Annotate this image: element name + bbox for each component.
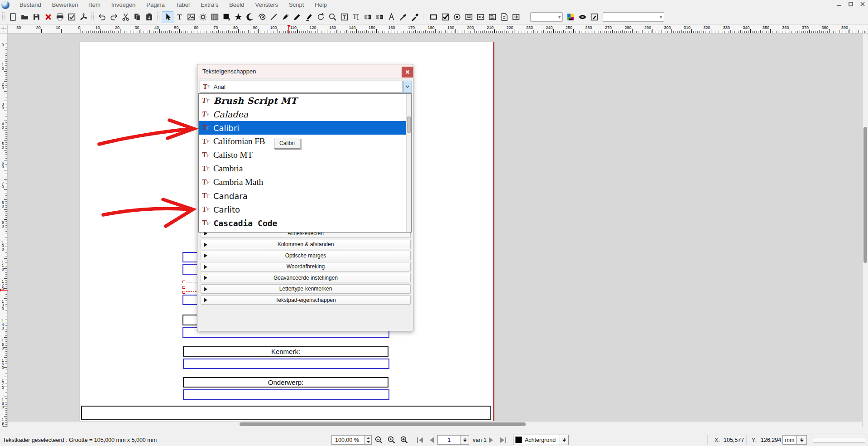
text-annotation-button[interactable]: [498, 11, 510, 23]
render-frame-button[interactable]: [197, 11, 209, 23]
measure-button[interactable]: [385, 11, 397, 23]
pdf-pushbutton-button[interactable]: [427, 11, 439, 23]
menu-help[interactable]: Help: [309, 0, 332, 10]
copy-button[interactable]: [131, 11, 143, 23]
footer-frame[interactable]: [81, 406, 491, 420]
zoom-button[interactable]: [326, 11, 338, 23]
print-button[interactable]: [54, 11, 66, 23]
onderwerp-frame[interactable]: Onderwerp:: [183, 377, 388, 388]
paste-button[interactable]: [143, 11, 155, 23]
menu-bewerken[interactable]: Bewerken: [47, 0, 84, 10]
resize-handle[interactable]: [182, 286, 185, 289]
menu-extras[interactable]: Extra's: [195, 0, 224, 10]
page-number-input[interactable]: 1: [437, 435, 461, 445]
edit-contents-button[interactable]: T: [338, 11, 350, 23]
table-button[interactable]: [209, 11, 221, 23]
image-frame-button[interactable]: [185, 11, 197, 23]
font-dropdown-list[interactable]: TFBrush Script MTTFCaladeaTFCalibriTFCal…: [198, 93, 412, 233]
font-list-item[interactable]: TFCandara: [199, 189, 411, 203]
ruler-origin-corner[interactable]: [0, 25, 8, 34]
close-doc-button[interactable]: [42, 11, 54, 23]
unlink-frames-button[interactable]: [374, 11, 385, 23]
dialog-title[interactable]: Teksteigenschappen: [197, 64, 413, 78]
pdf-radio-button[interactable]: [451, 11, 463, 23]
pdf-textfield-button[interactable]: [463, 11, 475, 23]
font-list-scrollbar-thumb[interactable]: [407, 116, 411, 133]
shape-button[interactable]: [221, 11, 232, 23]
zoom-100-button[interactable]: [386, 435, 397, 445]
menu-tabel[interactable]: Tabel: [170, 0, 195, 10]
last-page-button[interactable]: [498, 435, 508, 445]
font-list-item[interactable]: TFCascadia Code: [199, 216, 411, 230]
line-button[interactable]: [268, 11, 279, 23]
font-list-item[interactable]: TFCalisto MT: [199, 148, 411, 162]
preview-mode-button[interactable]: [576, 11, 588, 23]
rotate-button[interactable]: [315, 11, 326, 23]
font-combo-dropdown-button[interactable]: [403, 81, 412, 92]
vertical-ruler[interactable]: 01 02 03 04 05 06 07 08 09 01 0 01 1 01 …: [0, 34, 8, 427]
menu-item[interactable]: Item: [84, 0, 106, 10]
horizontal-ruler[interactable]: -30-20-100102030405060708090100110120130…: [8, 25, 868, 34]
font-list-item[interactable]: TFBrush Script MT: [199, 94, 411, 107]
dialog-close-button[interactable]: [402, 67, 413, 78]
document-canvas[interactable]: Kenmerk: Onderwerp: Teksteigenschappen T…: [8, 34, 868, 427]
pdf-checkbox-button[interactable]: [439, 11, 451, 23]
zoom-out-button[interactable]: [373, 435, 384, 445]
section-geavanceerde-instellingen[interactable]: Geavanceerde instellingen: [201, 273, 411, 282]
section-tekstpad-eigenschappen[interactable]: Tekstpad-eigenschappen: [201, 295, 411, 305]
onderwerp-input-frame[interactable]: [183, 389, 389, 400]
font-list-item[interactable]: TFCarlito: [199, 203, 411, 216]
pdf-export-button[interactable]: [77, 11, 89, 23]
font-list-item[interactable]: TFCambria: [199, 162, 411, 175]
pdf-combobox-button[interactable]: [475, 11, 486, 23]
previous-page-button[interactable]: [427, 435, 436, 445]
font-list-item[interactable]: TFCambria Math: [199, 175, 411, 189]
link-annotation-button[interactable]: [510, 11, 522, 23]
menu-pagina[interactable]: Pagina: [141, 0, 170, 10]
doc-new-button[interactable]: [7, 11, 19, 23]
freehand-button[interactable]: [291, 11, 303, 23]
horizontal-scrollbar[interactable]: [8, 421, 862, 427]
minimize-icon[interactable]: [834, 0, 844, 7]
resize-handle[interactable]: [182, 281, 185, 283]
resize-handle[interactable]: [182, 291, 185, 294]
maximize-icon[interactable]: [846, 0, 855, 7]
copy-props-button[interactable]: [397, 11, 409, 23]
page-number-dropdown[interactable]: [461, 435, 469, 445]
first-page-button[interactable]: [415, 435, 425, 445]
kenmerk-frame[interactable]: Kenmerk:: [183, 346, 388, 357]
font-list-item[interactable]: TFCaladea: [199, 107, 411, 121]
vertical-scrollbar[interactable]: [862, 34, 868, 427]
undo-button[interactable]: [96, 11, 108, 23]
preflight-button[interactable]: [66, 11, 77, 23]
cut-button[interactable]: [120, 11, 131, 23]
font-list-scrollbar[interactable]: [406, 94, 411, 232]
spiral-button[interactable]: [256, 11, 268, 23]
calligraphy-button[interactable]: [303, 11, 315, 23]
section-kolommen---afstanden[interactable]: Kolommen & afstanden: [201, 240, 411, 249]
text-frame-button[interactable]: T: [173, 11, 185, 23]
menu-bestand[interactable]: Bestand: [14, 0, 47, 10]
edit-preview-button[interactable]: [588, 11, 600, 23]
section-woordafbreking[interactable]: Woordafbreking: [201, 262, 411, 271]
bezier-button[interactable]: [279, 11, 291, 23]
section-lettertype-kenmerken[interactable]: Lettertype-kenmerken: [201, 284, 411, 294]
image-quality-combobox[interactable]: ▾: [530, 12, 563, 22]
horizontal-scrollbar-thumb[interactable]: [240, 422, 526, 426]
font-list-item[interactable]: TFCalibri: [199, 121, 411, 135]
link-frames-button[interactable]: [362, 11, 374, 23]
arc-button[interactable]: [244, 11, 256, 23]
save-button[interactable]: [30, 11, 42, 23]
view-mode-combobox[interactable]: ▾: [603, 12, 664, 22]
close-icon[interactable]: [858, 0, 867, 7]
unit-dropdown[interactable]: [797, 435, 807, 445]
next-page-button[interactable]: [486, 435, 496, 445]
font-family-combobox[interactable]: TF Arial: [200, 81, 403, 92]
font-list-item[interactable]: TFCalifornian FB: [199, 135, 411, 148]
zoom-in-button[interactable]: [398, 435, 409, 445]
zoom-spinner[interactable]: [365, 435, 372, 445]
zoom-input[interactable]: 100,00 %: [331, 435, 365, 445]
section-optische-marges[interactable]: Optische marges: [201, 251, 411, 260]
folder-open-button[interactable]: [19, 11, 30, 23]
layer-selector[interactable]: Achtergrond: [513, 435, 560, 445]
